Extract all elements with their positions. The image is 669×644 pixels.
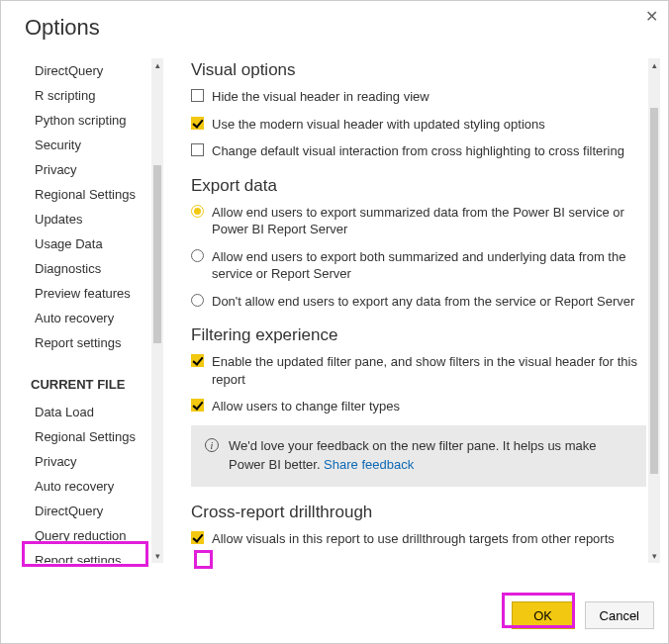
sidebar-item-regional-settings-file[interactable]: Regional Settings — [25, 424, 153, 449]
checkbox-cross-filter[interactable] — [191, 143, 204, 156]
sidebar-item-report-settings-global[interactable]: Report settings — [25, 330, 153, 355]
checkbox-enable-filter-pane[interactable] — [191, 354, 204, 367]
sidebar-item-security[interactable]: Security — [25, 133, 153, 157]
label-cross-filter: Change default visual interaction from c… — [212, 142, 646, 160]
checkbox-cross-report-drillthrough[interactable] — [191, 531, 204, 544]
label-modern-header: Use the modern visual header with update… — [212, 116, 646, 134]
sidebar-item-query-reduction[interactable]: Query reduction — [25, 523, 153, 548]
sidebar-item-regional-settings[interactable]: Regional Settings — [25, 182, 153, 207]
sidebar-scrollbar[interactable]: ▴ ▾ — [151, 58, 163, 563]
chevron-down-icon[interactable]: ▾ — [648, 549, 660, 563]
cancel-button[interactable]: Cancel — [585, 601, 654, 629]
label-enable-filter-pane: Enable the updated filter pane, and show… — [212, 353, 646, 388]
chevron-up-icon[interactable]: ▴ — [151, 58, 163, 72]
chevron-up-icon[interactable]: ▴ — [648, 58, 660, 72]
content-scrollbar[interactable]: ▴ ▾ — [648, 58, 660, 563]
sidebar: DirectQuery R scripting Python scripting… — [25, 58, 153, 563]
ok-button[interactable]: OK — [512, 601, 575, 629]
feedback-banner: i We'd love your feedback on the new fil… — [191, 425, 646, 487]
checkbox-hide-header[interactable] — [191, 89, 204, 102]
radio-export-both[interactable] — [191, 249, 204, 262]
content-panel: Visual options Hide the visual header in… — [191, 58, 668, 563]
info-icon: i — [205, 438, 219, 452]
sidebar-item-updates[interactable]: Updates — [25, 207, 153, 231]
close-icon[interactable]: ✕ — [645, 7, 658, 26]
sidebar-item-usage-data[interactable]: Usage Data — [25, 231, 153, 256]
sidebar-item-directquery[interactable]: DirectQuery — [25, 58, 153, 83]
feedback-text: We'd love your feedback on the new filte… — [229, 437, 632, 475]
label-cross-report-drillthrough: Allow visuals in this report to use dril… — [212, 530, 646, 548]
sidebar-item-directquery-file[interactable]: DirectQuery — [25, 499, 153, 523]
radio-export-none[interactable] — [191, 294, 204, 307]
sidebar-item-privacy-file[interactable]: Privacy — [25, 449, 153, 474]
sidebar-item-preview-features[interactable]: Preview features — [25, 281, 153, 306]
scrollbar-thumb[interactable] — [153, 165, 161, 343]
label-change-filter-types: Allow users to change filter types — [212, 398, 646, 415]
sidebar-section-current-file: CURRENT FILE — [25, 355, 153, 400]
sidebar-item-data-load[interactable]: Data Load — [25, 400, 153, 424]
section-visual-options: Visual options — [191, 58, 646, 80]
sidebar-item-auto-recovery-file[interactable]: Auto recovery — [25, 474, 153, 499]
section-export-data: Export data — [191, 174, 646, 196]
chevron-down-icon[interactable]: ▾ — [151, 549, 163, 563]
label-export-both: Allow end users to export both summarize… — [212, 248, 646, 283]
sidebar-item-auto-recovery[interactable]: Auto recovery — [25, 306, 153, 330]
checkbox-modern-header[interactable] — [191, 117, 204, 130]
sidebar-item-r-scripting[interactable]: R scripting — [25, 83, 153, 108]
sidebar-item-privacy[interactable]: Privacy — [25, 157, 153, 182]
sidebar-item-diagnostics[interactable]: Diagnostics — [25, 256, 153, 281]
scrollbar-thumb[interactable] — [650, 108, 658, 474]
label-hide-header: Hide the visual header in reading view — [212, 88, 646, 106]
label-export-summarized: Allow end users to export summarized dat… — [212, 204, 646, 238]
radio-export-summarized[interactable] — [191, 205, 204, 218]
label-export-none: Don't allow end users to export any data… — [212, 293, 646, 311]
checkbox-change-filter-types[interactable] — [191, 399, 204, 412]
sidebar-item-python-scripting[interactable]: Python scripting — [25, 108, 153, 133]
section-cross-report: Cross-report drillthrough — [191, 501, 646, 522]
section-filtering: Filtering experience — [191, 323, 646, 345]
dialog-title: Options — [1, 1, 668, 58]
share-feedback-link[interactable]: Share feedback — [324, 457, 414, 472]
sidebar-item-report-settings-file[interactable]: Report settings — [25, 548, 153, 563]
